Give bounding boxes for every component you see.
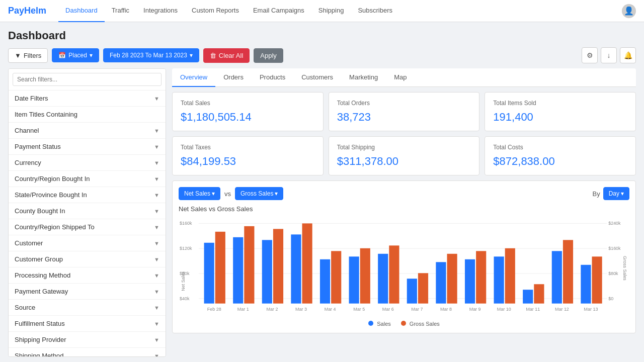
gross-sales-button[interactable]: Gross Sales ▾ <box>235 187 283 200</box>
legend-gross-label: Gross Sales <box>410 321 440 327</box>
bar-gross <box>273 229 283 303</box>
filter-icon: ▼ <box>15 52 21 59</box>
x-label: Mar 8 <box>440 307 452 312</box>
nav-link-custom-reports[interactable]: Custom Reports <box>185 0 246 22</box>
gross-sales-label: Gross Sales <box>240 190 273 197</box>
nav-link-integrations[interactable]: Integrations <box>136 0 185 22</box>
stats-grid: Total Sales$1,180,505.14Total Orders38,7… <box>172 92 636 175</box>
tab-products[interactable]: Products <box>252 68 293 87</box>
bars-group <box>204 223 602 303</box>
filter-item[interactable]: Source▼ <box>9 300 166 316</box>
body-content: Date Filters▼Item Titles ContainingChann… <box>0 63 644 362</box>
filter-item[interactable]: Customer Group▼ <box>9 251 166 267</box>
navbar: PayHelm DashboardTrafficIntegrationsCust… <box>0 0 644 22</box>
filter-label: Customer <box>15 239 43 247</box>
y-right-label-4: $0 <box>608 296 613 301</box>
clear-all-button[interactable]: 🗑 Clear All <box>203 48 250 63</box>
x-label: Mar 2 <box>266 307 278 312</box>
chevron-icon: ▼ <box>154 353 159 357</box>
filters-button[interactable]: ▼ Filters <box>8 48 48 63</box>
nav-link-shipping[interactable]: Shipping <box>311 0 351 22</box>
filter-item[interactable]: State/Province Bought In▼ <box>9 187 166 203</box>
filter-item[interactable]: Item Titles Containing <box>9 107 166 123</box>
filter-item[interactable]: County Bought In▼ <box>9 203 166 219</box>
tab-marketing[interactable]: Marketing <box>341 68 386 87</box>
bar-net <box>262 240 272 303</box>
placed-button[interactable]: 📅 Placed ▾ <box>52 48 99 62</box>
filter-item[interactable]: Customer▼ <box>9 235 166 251</box>
chevron-icon: ▼ <box>154 337 159 343</box>
main-panel: OverviewOrdersProductsCustomersMarketing… <box>172 68 636 357</box>
day-label: Day <box>609 190 619 197</box>
stat-label: Total Items Sold <box>493 100 627 107</box>
tab-orders[interactable]: Orders <box>215 68 252 87</box>
filter-item[interactable]: Payment Status▼ <box>9 139 166 155</box>
download-icon-button[interactable]: ↓ <box>601 47 617 63</box>
bar-net <box>581 265 591 304</box>
stat-label: Total Orders <box>337 100 471 107</box>
sidebar-search <box>9 69 166 90</box>
stat-value: $1,180,505.14 <box>181 111 315 124</box>
nav-link-dashboard[interactable]: Dashboard <box>58 0 105 22</box>
net-sales-chevron: ▾ <box>212 190 215 197</box>
chevron-icon: ▼ <box>154 144 159 150</box>
filter-item[interactable]: Fulfillment Status▼ <box>9 316 166 332</box>
search-input[interactable] <box>13 73 162 86</box>
net-sales-button[interactable]: Net Sales ▾ <box>179 187 220 200</box>
filter-label: Country/Region Bought In <box>15 175 90 183</box>
filter-label: Payment Gateway <box>15 288 68 295</box>
chevron-icon: ▼ <box>154 273 159 279</box>
filter-item[interactable]: Country/Region Shipped To▼ <box>9 219 166 235</box>
stat-label: Total Costs <box>493 144 627 151</box>
bar-gross <box>331 251 341 303</box>
tab-customers[interactable]: Customers <box>293 68 341 87</box>
filter-item[interactable]: Processing Method▼ <box>9 267 166 284</box>
filter-label: State/Province Bought In <box>15 191 87 199</box>
filter-label: Shipping Method <box>15 352 64 357</box>
bar-net <box>552 251 562 303</box>
filter-item[interactable]: Currency▼ <box>9 155 166 171</box>
chart-container: $160k $120k $80k $40k $240k $160k $80k $… <box>179 216 629 318</box>
chevron-icon: ▼ <box>154 160 159 166</box>
x-label: Mar 4 <box>325 307 336 312</box>
bar-net <box>233 237 243 304</box>
notification-icon-button[interactable]: 🔔 <box>620 47 636 63</box>
bar-net <box>523 290 533 303</box>
date-range-button[interactable]: Feb 28 2023 To Mar 13 2023 ▾ <box>103 48 199 62</box>
user-menu-icon[interactable]: 👤 <box>622 4 636 18</box>
bar-net <box>465 259 475 304</box>
apply-button[interactable]: Apply <box>254 48 283 63</box>
nav-link-traffic[interactable]: Traffic <box>105 0 136 22</box>
filter-item[interactable]: Shipping Method▼ <box>9 348 166 357</box>
filter-item[interactable]: Country/Region Bought In▼ <box>9 171 166 187</box>
nav-right: 👤 <box>622 4 636 18</box>
tab-overview[interactable]: Overview <box>172 68 215 87</box>
filter-label: Customer Group <box>15 255 63 263</box>
y-label-2: $120k <box>180 246 192 251</box>
chevron-icon: ▼ <box>154 321 159 327</box>
tab-map[interactable]: Map <box>386 68 415 87</box>
chart-toolbar-right: By Day ▾ <box>592 187 629 200</box>
legend-sales-label: Sales <box>377 321 391 327</box>
stat-card: Total Costs$872,838.00 <box>485 136 636 175</box>
filter-label: Source <box>15 304 35 311</box>
nav-link-subscribers[interactable]: Subscribers <box>351 0 399 22</box>
trash-icon: 🗑 <box>210 52 216 59</box>
chevron-icon: ▼ <box>154 176 159 182</box>
filter-label: Item Titles Containing <box>15 111 77 118</box>
chart-svg: $160k $120k $80k $40k $240k $160k $80k $… <box>179 216 629 316</box>
x-label: Mar 3 <box>295 307 307 312</box>
bar-net <box>291 234 301 303</box>
day-button[interactable]: Day ▾ <box>603 187 629 200</box>
filter-item[interactable]: Payment Gateway▼ <box>9 284 166 300</box>
toolbar-right-icons: ⚙ ↓ 🔔 <box>582 47 636 63</box>
stat-value: $872,838.00 <box>493 155 627 168</box>
filter-item[interactable]: Channel▼ <box>9 123 166 139</box>
nav-link-email-campaigns[interactable]: Email Campaigns <box>246 0 311 22</box>
bar-net <box>494 256 504 303</box>
filter-item[interactable]: Date Filters▼ <box>9 90 166 107</box>
filter-item[interactable]: Shipping Provider▼ <box>9 332 166 348</box>
tabs: OverviewOrdersProductsCustomersMarketing… <box>172 68 636 87</box>
chart-title: Net Sales vs Gross Sales <box>179 205 629 213</box>
settings-icon-button[interactable]: ⚙ <box>582 47 598 63</box>
